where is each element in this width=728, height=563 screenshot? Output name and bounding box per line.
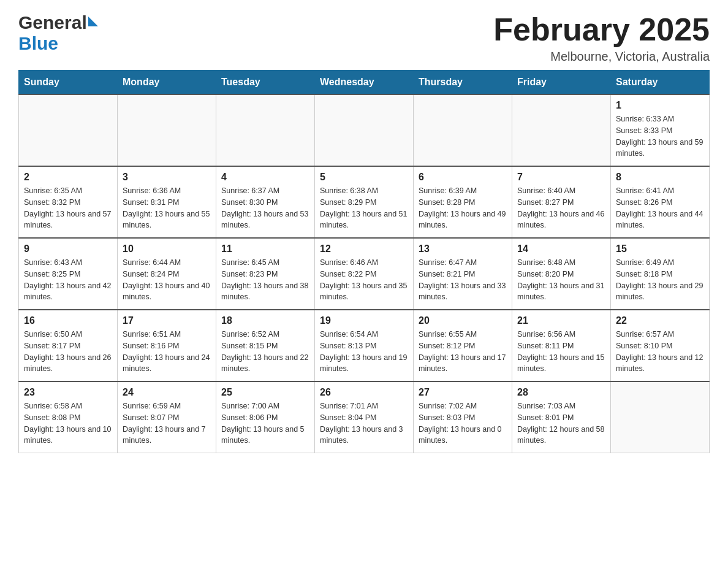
day-number: 22 — [616, 315, 704, 326]
day-number: 25 — [221, 387, 309, 398]
day-number: 2 — [24, 172, 112, 183]
logo: General Blue — [18, 12, 98, 54]
day-number: 11 — [221, 243, 309, 255]
day-number: 19 — [320, 315, 408, 326]
day-number: 1 — [616, 100, 704, 111]
logo-blue-text: Blue — [18, 33, 58, 54]
calendar-day-cell: 9Sunrise: 6:43 AMSunset: 8:25 PMDaylight… — [19, 238, 118, 310]
calendar-day-cell — [118, 94, 216, 166]
day-info: Sunrise: 6:35 AMSunset: 8:32 PMDaylight:… — [24, 185, 112, 231]
calendar-day-cell — [19, 94, 118, 166]
calendar-day-cell: 11Sunrise: 6:45 AMSunset: 8:23 PMDayligh… — [216, 238, 315, 310]
day-info: Sunrise: 6:47 AMSunset: 8:21 PMDaylight:… — [419, 257, 507, 303]
calendar-day-cell: 6Sunrise: 6:39 AMSunset: 8:28 PMDaylight… — [414, 166, 512, 238]
calendar-day-cell: 27Sunrise: 7:02 AMSunset: 8:03 PMDayligh… — [414, 381, 512, 453]
calendar-day-cell — [611, 381, 710, 453]
day-number: 15 — [616, 243, 704, 255]
day-info: Sunrise: 6:33 AMSunset: 8:33 PMDaylight:… — [616, 113, 704, 159]
day-number: 17 — [123, 315, 211, 326]
day-info: Sunrise: 6:46 AMSunset: 8:22 PMDaylight:… — [320, 257, 408, 303]
calendar-day-cell: 4Sunrise: 6:37 AMSunset: 8:30 PMDaylight… — [216, 166, 315, 238]
calendar-day-header: Monday — [118, 71, 216, 95]
calendar-day-cell: 3Sunrise: 6:36 AMSunset: 8:31 PMDaylight… — [118, 166, 216, 238]
day-info: Sunrise: 6:55 AMSunset: 8:12 PMDaylight:… — [419, 329, 507, 375]
calendar-day-cell — [315, 94, 414, 166]
title-block: February 2025 Melbourne, Victoria, Austr… — [493, 12, 710, 64]
day-number: 13 — [419, 243, 507, 255]
day-number: 4 — [221, 172, 309, 183]
day-number: 10 — [123, 243, 211, 255]
month-title: February 2025 — [493, 12, 710, 47]
calendar-week-row: 23Sunrise: 6:58 AMSunset: 8:08 PMDayligh… — [19, 381, 710, 453]
calendar-day-header: Thursday — [414, 71, 512, 95]
day-info: Sunrise: 6:54 AMSunset: 8:13 PMDaylight:… — [320, 329, 408, 375]
logo-general-text: General — [18, 12, 87, 33]
logo-arrow-icon — [88, 17, 98, 26]
day-info: Sunrise: 6:38 AMSunset: 8:29 PMDaylight:… — [320, 185, 408, 231]
day-info: Sunrise: 6:39 AMSunset: 8:28 PMDaylight:… — [419, 185, 507, 231]
calendar-day-cell — [512, 94, 611, 166]
day-number: 28 — [517, 387, 605, 398]
day-info: Sunrise: 7:00 AMSunset: 8:06 PMDaylight:… — [221, 400, 309, 446]
page-header: General Blue February 2025 Melbourne, Vi… — [18, 12, 710, 64]
calendar-day-cell: 12Sunrise: 6:46 AMSunset: 8:22 PMDayligh… — [315, 238, 414, 310]
calendar-day-cell: 17Sunrise: 6:51 AMSunset: 8:16 PMDayligh… — [118, 310, 216, 381]
day-info: Sunrise: 6:51 AMSunset: 8:16 PMDaylight:… — [123, 329, 211, 375]
day-info: Sunrise: 6:45 AMSunset: 8:23 PMDaylight:… — [221, 257, 309, 303]
day-info: Sunrise: 7:02 AMSunset: 8:03 PMDaylight:… — [419, 400, 507, 446]
calendar-day-cell: 21Sunrise: 6:56 AMSunset: 8:11 PMDayligh… — [512, 310, 611, 381]
calendar-day-cell — [216, 94, 315, 166]
day-number: 23 — [24, 387, 112, 398]
day-info: Sunrise: 6:36 AMSunset: 8:31 PMDaylight:… — [123, 185, 211, 231]
calendar-day-cell: 28Sunrise: 7:03 AMSunset: 8:01 PMDayligh… — [512, 381, 611, 453]
location-text: Melbourne, Victoria, Australia — [493, 50, 710, 64]
day-number: 27 — [419, 387, 507, 398]
day-info: Sunrise: 7:01 AMSunset: 8:04 PMDaylight:… — [320, 400, 408, 446]
day-info: Sunrise: 6:50 AMSunset: 8:17 PMDaylight:… — [24, 329, 112, 375]
calendar-day-cell: 18Sunrise: 6:52 AMSunset: 8:15 PMDayligh… — [216, 310, 315, 381]
day-info: Sunrise: 6:41 AMSunset: 8:26 PMDaylight:… — [616, 185, 704, 231]
calendar-day-cell — [414, 94, 512, 166]
calendar-table: SundayMondayTuesdayWednesdayThursdayFrid… — [18, 70, 710, 453]
day-number: 8 — [616, 172, 704, 183]
calendar-week-row: 16Sunrise: 6:50 AMSunset: 8:17 PMDayligh… — [19, 310, 710, 381]
calendar-day-header: Wednesday — [315, 71, 414, 95]
day-info: Sunrise: 6:58 AMSunset: 8:08 PMDaylight:… — [24, 400, 112, 446]
calendar-day-cell: 8Sunrise: 6:41 AMSunset: 8:26 PMDaylight… — [611, 166, 710, 238]
day-info: Sunrise: 6:43 AMSunset: 8:25 PMDaylight:… — [24, 257, 112, 303]
day-info: Sunrise: 6:49 AMSunset: 8:18 PMDaylight:… — [616, 257, 704, 303]
calendar-day-cell: 15Sunrise: 6:49 AMSunset: 8:18 PMDayligh… — [611, 238, 710, 310]
day-number: 20 — [419, 315, 507, 326]
calendar-day-cell: 7Sunrise: 6:40 AMSunset: 8:27 PMDaylight… — [512, 166, 611, 238]
day-info: Sunrise: 6:52 AMSunset: 8:15 PMDaylight:… — [221, 329, 309, 375]
calendar-day-cell: 19Sunrise: 6:54 AMSunset: 8:13 PMDayligh… — [315, 310, 414, 381]
calendar-day-cell: 24Sunrise: 6:59 AMSunset: 8:07 PMDayligh… — [118, 381, 216, 453]
calendar-day-header: Friday — [512, 71, 611, 95]
day-number: 14 — [517, 243, 605, 255]
day-number: 12 — [320, 243, 408, 255]
day-info: Sunrise: 6:56 AMSunset: 8:11 PMDaylight:… — [517, 329, 605, 375]
day-info: Sunrise: 6:40 AMSunset: 8:27 PMDaylight:… — [517, 185, 605, 231]
day-number: 9 — [24, 243, 112, 255]
calendar-week-row: 2Sunrise: 6:35 AMSunset: 8:32 PMDaylight… — [19, 166, 710, 238]
calendar-day-cell: 10Sunrise: 6:44 AMSunset: 8:24 PMDayligh… — [118, 238, 216, 310]
day-number: 24 — [123, 387, 211, 398]
calendar-day-cell: 14Sunrise: 6:48 AMSunset: 8:20 PMDayligh… — [512, 238, 611, 310]
day-number: 18 — [221, 315, 309, 326]
calendar-day-header: Tuesday — [216, 71, 315, 95]
day-info: Sunrise: 6:57 AMSunset: 8:10 PMDaylight:… — [616, 329, 704, 375]
calendar-day-cell: 25Sunrise: 7:00 AMSunset: 8:06 PMDayligh… — [216, 381, 315, 453]
day-number: 3 — [123, 172, 211, 183]
calendar-day-header: Saturday — [611, 71, 710, 95]
calendar-day-cell: 22Sunrise: 6:57 AMSunset: 8:10 PMDayligh… — [611, 310, 710, 381]
day-number: 21 — [517, 315, 605, 326]
day-number: 7 — [517, 172, 605, 183]
day-number: 26 — [320, 387, 408, 398]
day-info: Sunrise: 6:48 AMSunset: 8:20 PMDaylight:… — [517, 257, 605, 303]
day-info: Sunrise: 6:59 AMSunset: 8:07 PMDaylight:… — [123, 400, 211, 446]
calendar-week-row: 9Sunrise: 6:43 AMSunset: 8:25 PMDaylight… — [19, 238, 710, 310]
calendar-day-cell: 5Sunrise: 6:38 AMSunset: 8:29 PMDaylight… — [315, 166, 414, 238]
day-number: 16 — [24, 315, 112, 326]
calendar-day-cell: 13Sunrise: 6:47 AMSunset: 8:21 PMDayligh… — [414, 238, 512, 310]
day-number: 6 — [419, 172, 507, 183]
